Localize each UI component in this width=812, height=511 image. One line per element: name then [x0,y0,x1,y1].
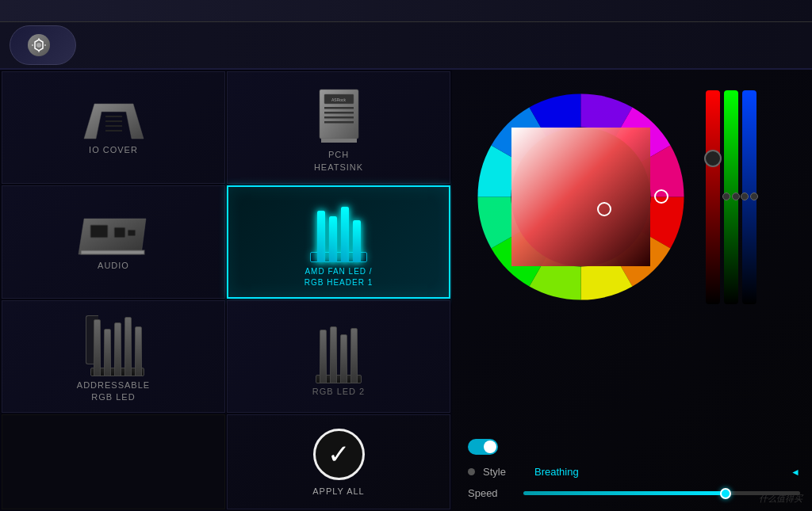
svg-rect-17 [128,230,136,236]
svg-rect-10 [324,112,354,114]
svg-point-0 [36,43,41,48]
rgb-led-2-label: RGB LED 2 [312,387,365,396]
rgb-led-2-icon [313,316,365,383]
io-cover-icon [80,101,147,140]
main-content: IO Cover ASRock PCHHeatsink [0,70,812,511]
window-controls [774,6,806,17]
led-toggle[interactable] [468,439,498,455]
apply-all-row: ✓ Apply All [2,414,450,509]
device-addressable-rgb[interactable]: AddressableRGB LED [2,300,225,413]
svg-marker-14 [79,219,146,254]
apply-all-checkmark: ✓ [313,429,365,480]
speed-row: Speed [468,487,800,499]
rgb-sliders [706,90,756,304]
title-bar [0,0,812,22]
app-header [0,22,812,70]
color-wheel-svg[interactable] [468,84,694,310]
apply-all-button[interactable]: ✓ Apply All [227,414,450,509]
audio-icon [76,214,151,257]
toggle-row [468,439,800,455]
device-amd-fan-led[interactable]: AMD Fan LED /RGB Header 1 [227,185,450,298]
amd-fan-label: AMD Fan LED /RGB Header 1 [304,266,373,288]
svg-rect-9 [324,107,354,109]
watermark: 什么值得买 [759,493,802,505]
bottom-controls: Style Breathing ◄ Speed [468,439,800,499]
device-grid: IO Cover ASRock PCHHeatsink [2,71,450,413]
speed-label: Speed [468,487,523,499]
svg-rect-16 [114,227,125,238]
pch-label: PCHHeatsink [314,149,363,174]
style-dropdown-arrow[interactable]: ◄ [791,467,800,478]
color-picker-area [468,84,800,310]
left-section: IO Cover ASRock PCHHeatsink [0,70,452,511]
style-value: Breathing [534,466,791,478]
onboard-icon [28,34,50,56]
device-rgb-led-2[interactable]: RGB LED 2 [227,300,450,413]
io-cover-label: IO Cover [89,145,138,154]
svg-rect-11 [324,116,354,119]
device-pch-heatsink[interactable]: ASRock PCHHeatsink [227,71,450,184]
onboard-led-button[interactable] [10,25,76,65]
style-label: Style [483,466,534,478]
close-button[interactable] [793,6,806,17]
apply-all-label: Apply All [312,486,364,496]
svg-rect-12 [324,121,354,124]
green-slider[interactable] [724,90,738,304]
svg-rect-18 [81,250,144,254]
right-panel: Style Breathing ◄ Speed 什么值得买 [452,70,812,511]
audio-label: Audio [98,261,129,270]
svg-rect-13 [321,139,357,143]
device-audio[interactable]: Audio [2,185,225,298]
addressable-rgb-label: AddressableRGB LED [77,379,150,404]
green-slider-thumb[interactable] [722,193,740,200]
speed-slider-thumb[interactable] [720,488,731,499]
color-wheel-container[interactable] [468,84,694,310]
svg-text:ASRock: ASRock [331,97,346,102]
pch-icon: ASRock [313,82,365,149]
style-row: Style Breathing ◄ [468,466,800,478]
addressable-rgb-icon [82,309,145,376]
blue-slider[interactable] [742,90,756,304]
red-slider-thumb[interactable] [704,150,722,167]
red-slider[interactable] [706,90,720,304]
amd-fan-icon [308,195,370,262]
minimize-button[interactable] [774,6,787,17]
style-dot [468,468,475,475]
device-io-cover[interactable]: IO Cover [2,71,225,184]
blue-slider-thumb[interactable] [741,193,758,200]
svg-rect-15 [90,225,108,238]
